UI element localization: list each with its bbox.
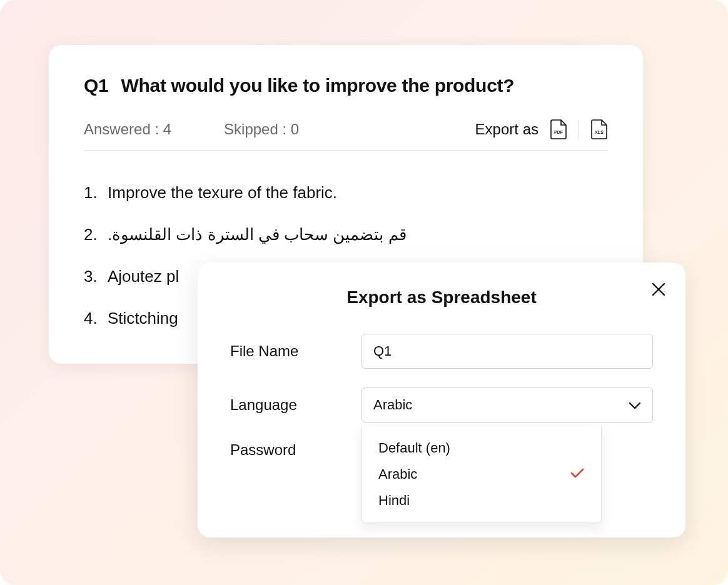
file-name-input[interactable]: Q1 (361, 334, 653, 369)
file-name-value: Q1 (373, 343, 392, 359)
language-option-label: Arabic (378, 466, 417, 482)
language-label: Language (230, 396, 361, 414)
canvas: Q1 What would you like to improve the pr… (0, 0, 728, 585)
svg-text:PDF: PDF (554, 130, 564, 134)
pdf-icon[interactable]: PDF (550, 119, 567, 140)
language-option-label: Default (en) (378, 440, 450, 456)
skipped-stat: Skipped : 0 (224, 121, 299, 138)
stats-row: Answered : 4 Skipped : 0 Export as PDF (84, 119, 608, 151)
answer-text: Stictching (108, 309, 178, 328)
answer-text: قم بتضمين سحاب في السترة ذات القلنسوة. (108, 225, 407, 244)
export-modal: Export as Spreadsheet File Name Q1 Langu… (198, 262, 685, 538)
export-block: Export as PDF XLS (475, 119, 608, 140)
language-option-label: Hindi (378, 492, 410, 509)
answer-number: 4. (84, 309, 99, 328)
svg-text:XLS: XLS (595, 130, 604, 134)
answer-text: Improve the texure of the fabric. (108, 183, 337, 202)
chevron-down-icon (629, 397, 641, 413)
answered-stat: Answered : 4 (84, 121, 171, 138)
language-option-default-en[interactable]: Default (en) (362, 435, 601, 461)
question-text: What would you like to improve the produ… (121, 75, 514, 96)
question-title: Q1 What would you like to improve the pr… (84, 75, 608, 96)
language-option-arabic[interactable]: Arabic (362, 461, 601, 488)
modal-title: Export as Spreadsheet (230, 288, 653, 308)
answer-number: 2. (84, 225, 99, 244)
export-separator (579, 121, 579, 138)
xls-icon[interactable]: XLS (590, 119, 608, 140)
question-number: Q1 (84, 75, 108, 96)
export-as-label: Export as (475, 121, 538, 138)
password-label: Password (230, 441, 361, 459)
list-item: 2. قم بتضمين سحاب في السترة ذات القلنسوة… (84, 225, 608, 244)
language-value: Arabic (373, 397, 412, 413)
check-icon (570, 466, 585, 482)
file-name-row: File Name Q1 (230, 334, 653, 369)
language-option-hindi[interactable]: Hindi (362, 488, 601, 514)
answer-number: 1. (84, 183, 99, 202)
answer-number: 3. (84, 267, 99, 286)
list-item: 1. Improve the texure of the fabric. (84, 183, 608, 202)
file-name-label: File Name (230, 342, 361, 360)
language-dropdown: Default (en) Arabic Hindi (361, 426, 602, 523)
answer-text: Ajoutez pl (108, 267, 179, 286)
close-icon[interactable] (650, 281, 667, 300)
language-select[interactable]: Arabic (361, 388, 653, 422)
language-row: Language Arabic (230, 388, 653, 422)
